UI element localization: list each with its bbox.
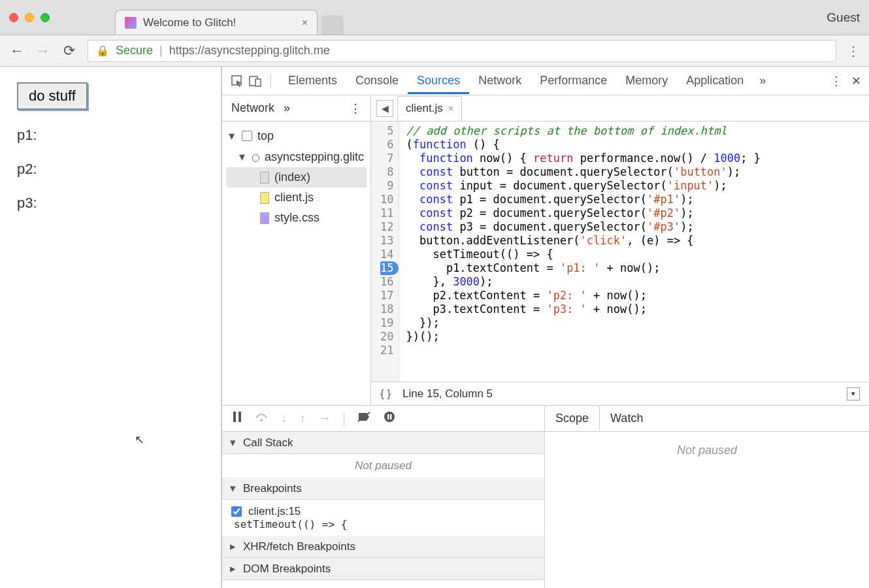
scope-watch-tabs: Scope Watch: [545, 406, 869, 432]
code-line[interactable]: (function () {: [406, 138, 761, 152]
profile-label[interactable]: Guest: [827, 10, 860, 25]
line-number[interactable]: 6: [380, 138, 393, 152]
code-line[interactable]: setTimeout(() => {: [406, 248, 761, 261]
cloud-icon: [252, 154, 259, 162]
code-line[interactable]: const button = document.querySelector('b…: [406, 165, 761, 179]
code-line[interactable]: p3.textContent = 'p3: ' + now();: [406, 302, 761, 316]
address-bar[interactable]: 🔒 Secure | https://asyncstepping.glitch.…: [88, 40, 836, 62]
callstack-header[interactable]: Call Stack: [222, 432, 544, 454]
inspect-element-icon[interactable]: [230, 74, 244, 88]
line-number[interactable]: 9: [380, 179, 393, 193]
breakpoint-item[interactable]: client.js:15: [231, 505, 535, 518]
disclosure-triangle-icon[interactable]: [230, 482, 238, 495]
close-window-button[interactable]: [9, 13, 18, 22]
navigator-toggle-icon[interactable]: ◀: [376, 100, 393, 117]
new-tab-button[interactable]: [321, 15, 344, 35]
code-line[interactable]: const p1 = document.querySelector('#p1')…: [406, 193, 761, 206]
code-editor[interactable]: 56789101112131415161718192021 // add oth…: [371, 122, 869, 382]
dom-breakpoints-header[interactable]: DOM Breakpoints: [222, 558, 544, 580]
devtools-tab-elements[interactable]: Elements: [279, 67, 346, 94]
code-line[interactable]: const p2 = document.querySelector('#p2')…: [406, 206, 761, 220]
line-number[interactable]: 11: [380, 206, 393, 220]
code-body[interactable]: // add other scripts at the bottom of in…: [399, 122, 767, 382]
editor-tab-clientjs[interactable]: client.js ×: [397, 96, 462, 121]
xhr-breakpoints-header[interactable]: XHR/fetch Breakpoints: [222, 536, 544, 558]
browser-tabs: Welcome to Glitch! ×: [115, 0, 827, 35]
devtools-close-icon[interactable]: ✕: [851, 74, 861, 88]
scope-tab[interactable]: Scope: [544, 406, 600, 431]
files-tab-network[interactable]: Network: [231, 101, 274, 115]
tree-file-stylecss[interactable]: style.css: [226, 208, 367, 228]
line-number[interactable]: 18: [380, 302, 393, 316]
code-line[interactable]: button.addEventListener('click', (e) => …: [406, 234, 761, 248]
line-number[interactable]: 16: [380, 275, 393, 289]
status-dropdown-icon[interactable]: ▾: [847, 387, 860, 400]
devtools-tab-performance[interactable]: Performance: [531, 67, 616, 94]
line-number[interactable]: 13: [380, 234, 393, 248]
tree-root-top[interactable]: top: [226, 125, 367, 146]
line-number[interactable]: 7: [380, 152, 393, 165]
disclosure-triangle-icon[interactable]: [230, 540, 238, 553]
code-line[interactable]: // add other scripts at the bottom of in…: [406, 124, 761, 138]
step-icon[interactable]: →: [319, 412, 331, 425]
overflow-tabs-icon[interactable]: »: [759, 74, 766, 88]
breakpoint-checkbox[interactable]: [231, 506, 242, 517]
code-line[interactable]: });: [406, 316, 761, 330]
pretty-print-icon[interactable]: { }: [380, 387, 391, 400]
code-line[interactable]: const p3 = document.querySelector('#p3')…: [406, 220, 761, 234]
line-number[interactable]: 10: [380, 193, 393, 206]
disclosure-triangle-icon[interactable]: [230, 436, 238, 449]
browser-tab-active[interactable]: Welcome to Glitch! ×: [115, 10, 318, 35]
step-out-icon[interactable]: ↑: [300, 412, 306, 425]
devtools-tab-sources[interactable]: Sources: [408, 67, 469, 94]
fullscreen-window-button[interactable]: [41, 13, 50, 22]
deactivate-breakpoints-icon[interactable]: [357, 411, 370, 426]
disclosure-triangle-icon[interactable]: [230, 562, 238, 576]
divider: [344, 412, 344, 426]
step-over-icon[interactable]: [255, 412, 268, 425]
do-stuff-button[interactable]: do stuff: [17, 82, 88, 110]
devtools-tab-application[interactable]: Application: [677, 67, 753, 94]
device-toolbar-icon[interactable]: [248, 74, 263, 88]
pause-resume-icon[interactable]: [233, 412, 242, 425]
forward-button[interactable]: →: [35, 43, 51, 59]
line-number[interactable]: 17: [380, 289, 393, 302]
line-gutter[interactable]: 56789101112131415161718192021: [371, 122, 399, 382]
code-line[interactable]: p1.textContent = 'p1: ' + now();: [406, 261, 761, 275]
step-into-icon[interactable]: ↓: [281, 412, 287, 425]
code-line[interactable]: p2.textContent = 'p2: ' + now();: [406, 289, 761, 302]
line-number[interactable]: 14: [380, 248, 393, 261]
devtools-tab-memory[interactable]: Memory: [616, 67, 677, 94]
pause-on-exceptions-icon[interactable]: [384, 411, 395, 426]
minimize-window-button[interactable]: [25, 13, 34, 22]
line-number[interactable]: 5: [380, 124, 393, 138]
code-line[interactable]: function now() { return performance.now(…: [406, 152, 761, 165]
watch-tab[interactable]: Watch: [600, 406, 653, 431]
devtools-menu-icon[interactable]: ⋮: [830, 74, 842, 88]
code-line[interactable]: const input = document.querySelector('in…: [406, 179, 761, 193]
files-pane-menu-icon[interactable]: ⋮: [350, 101, 361, 116]
close-editor-tab-icon[interactable]: ×: [448, 103, 453, 114]
line-number[interactable]: 15: [380, 261, 399, 275]
devtools-tab-console[interactable]: Console: [346, 67, 408, 94]
line-number[interactable]: 19: [380, 316, 393, 330]
breakpoints-header[interactable]: Breakpoints: [222, 478, 544, 500]
close-tab-icon[interactable]: ×: [302, 17, 308, 29]
tree-file-clientjs[interactable]: client.js: [226, 188, 367, 208]
files-tab-overflow-icon[interactable]: »: [284, 101, 290, 115]
line-number[interactable]: 20: [380, 330, 393, 344]
line-number[interactable]: 21: [380, 344, 393, 357]
devtools-tab-network[interactable]: Network: [469, 67, 531, 94]
browser-menu-icon[interactable]: ⋮: [847, 43, 860, 59]
tree-origin[interactable]: asyncstepping.glitc: [226, 146, 367, 167]
back-button[interactable]: ←: [9, 43, 25, 59]
line-number[interactable]: 8: [380, 165, 393, 179]
code-line[interactable]: }, 3000);: [406, 275, 761, 289]
tree-file-index[interactable]: (index): [226, 167, 367, 188]
disclosure-triangle-icon[interactable]: [229, 129, 237, 143]
reload-button[interactable]: ⟳: [61, 43, 77, 59]
line-number[interactable]: 12: [380, 220, 393, 234]
disclosure-triangle-icon[interactable]: [239, 150, 247, 164]
code-line[interactable]: })();: [406, 330, 761, 344]
tree-label: asyncstepping.glitc: [265, 150, 364, 164]
